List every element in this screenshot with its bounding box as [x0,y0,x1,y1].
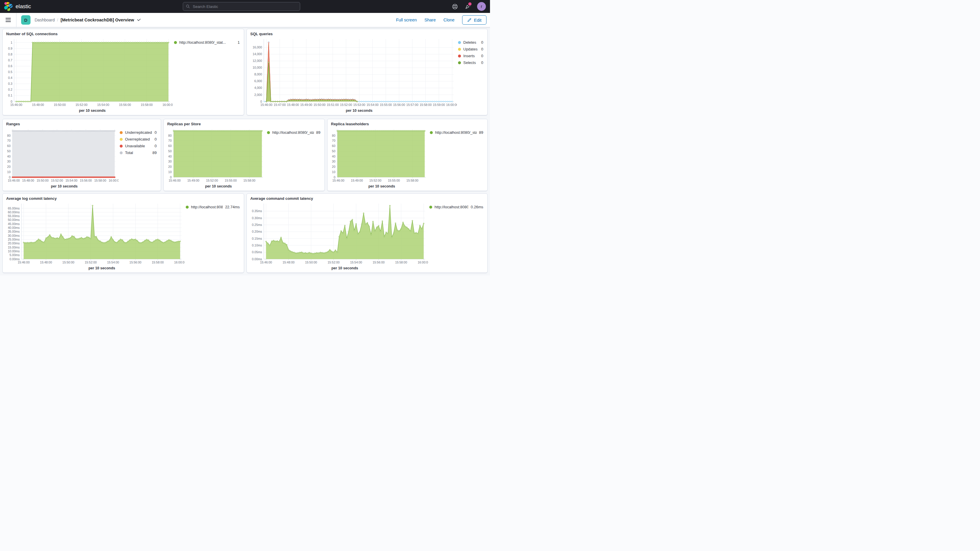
svg-text:15:50:00: 15:50:00 [305,261,317,264]
svg-text:55.00ms: 55.00ms [8,214,20,218]
svg-text:16:00:00: 16:00:00 [108,179,119,182]
chart-avg-command-commit-latency[interactable]: 15:46:0015:48:0015:50:0015:52:0015:54:00… [248,201,428,266]
legend-value: 0 [154,130,157,135]
legend-item[interactable]: Unavailable0 [120,144,157,148]
legend-dot [458,48,461,51]
svg-text:15:52:00: 15:52:00 [328,261,339,264]
main-menu-button[interactable] [0,13,16,27]
svg-text:60: 60 [168,144,172,148]
svg-text:0.05ms: 0.05ms [252,250,262,254]
svg-text:16:00:00: 16:00:00 [174,261,185,264]
svg-text:0: 0 [334,175,336,179]
legend-item[interactable]: http://localhost:808...22.74ms [186,205,240,209]
help-button[interactable] [451,3,458,10]
legend-value: 89 [316,130,320,135]
legend-item[interactable]: Selects0 [458,61,483,65]
chart-legend: http://localhost:808...22.74ms [185,201,243,272]
svg-text:15:51:00: 15:51:00 [327,103,339,107]
svg-text:15:49:00: 15:49:00 [351,179,363,182]
panel-avg-log-commit-latency: Average log commit latency 15:46:0015:48… [2,193,244,273]
svg-text:35.00ms: 35.00ms [8,230,20,233]
legend-label: Underreplicated [125,130,152,135]
chart-svg: 15:46:0015:47:0015:48:0015:49:0015:50:00… [248,36,457,108]
legend-value: 0 [154,137,157,142]
x-axis-title: per 10 seconds [5,108,173,115]
legend-item[interactable]: Total89 [120,151,157,155]
full-screen-button[interactable]: Full screen [396,18,417,22]
chart-legend: http://localhost:8080...0.26ms [428,201,487,272]
svg-text:15:46:00: 15:46:00 [10,103,22,107]
elastic-logo[interactable]: elastic [4,2,31,11]
svg-text:14,000: 14,000 [253,52,262,56]
whats-new-button[interactable] [464,3,471,10]
edit-button-label: Edit [474,18,482,22]
svg-text:80: 80 [7,134,11,137]
clone-button[interactable]: Clone [443,18,455,22]
dashboard-actions: Full screen Share Clone Edit [396,15,490,25]
svg-text:15:46:00: 15:46:00 [18,261,30,264]
legend-dot [120,151,123,154]
svg-text:15:55:00: 15:55:00 [225,179,237,182]
user-avatar-initial: r [481,4,482,9]
search-icon [186,5,190,8]
legend-item[interactable]: http://localhost:8080/_sta...89 [430,130,483,135]
svg-text:15:47:00: 15:47:00 [274,103,286,107]
svg-text:30.00ms: 30.00ms [8,234,20,237]
chart-sql-queries[interactable]: 15:46:0015:47:0015:48:0015:49:0015:50:00… [248,36,457,108]
chart-sql-connections[interactable]: 15:46:0015:48:0015:50:0015:52:0015:54:00… [5,36,173,108]
chart-replica-leaseholders[interactable]: 15:46:0015:49:0015:52:0015:55:0015:58:00… [329,126,429,184]
svg-text:16,000: 16,000 [253,46,262,49]
svg-text:60.00ms: 60.00ms [8,210,20,214]
svg-text:50.00ms: 50.00ms [8,218,20,221]
legend-value: 89 [479,130,483,135]
svg-text:0: 0 [9,175,11,179]
svg-text:0.10ms: 0.10ms [252,244,262,247]
svg-text:0: 0 [11,100,12,103]
chart-replicas-per-store[interactable]: 15:46:0015:49:0015:52:0015:55:0015:58:00… [165,126,266,184]
svg-text:15:48:00: 15:48:00 [22,179,34,182]
svg-text:30: 30 [7,159,11,163]
svg-text:15:54:00: 15:54:00 [107,261,119,264]
legend-label: http://localhost:8080/_stat... [179,40,235,45]
svg-text:15:58:00: 15:58:00 [94,179,106,182]
edit-button[interactable]: Edit [462,15,487,25]
chart-avg-log-commit-latency[interactable]: 15:46:0015:48:0015:50:0015:52:0015:54:00… [5,201,185,266]
legend-item[interactable]: Deletes0 [458,40,483,45]
svg-text:0.3: 0.3 [8,82,12,85]
pencil-icon [467,18,471,22]
svg-text:15:52:00: 15:52:00 [369,179,382,182]
svg-text:15:48:00: 15:48:00 [283,261,294,264]
svg-text:70: 70 [168,139,172,142]
chart-ranges[interactable]: 15:46:0015:48:0015:50:0015:52:0015:54:00… [5,126,119,184]
global-search[interactable] [183,2,300,11]
legend-label: http://localhost:8080/_sta... [272,130,314,135]
search-input[interactable] [192,4,297,9]
legend-item[interactable]: Inserts0 [458,54,483,58]
legend-item[interactable]: Overreplicated0 [120,137,157,142]
svg-text:65.00ms: 65.00ms [8,207,20,210]
svg-text:15:50:00: 15:50:00 [37,179,49,182]
svg-text:10,000: 10,000 [253,66,262,69]
legend-dot [267,131,270,134]
legend-item[interactable]: http://localhost:8080/_sta...89 [267,130,320,135]
svg-text:15:58:00: 15:58:00 [406,179,418,182]
svg-text:10: 10 [332,170,336,174]
user-avatar[interactable]: r [477,2,486,11]
legend-value: 89 [153,151,157,155]
legend-item[interactable]: http://localhost:8080...0.26ms [429,205,483,209]
legend-item[interactable]: http://localhost:8080/_stat...1 [174,40,240,45]
x-axis-title: per 10 seconds [5,266,185,272]
svg-text:80: 80 [332,134,336,137]
title-caret-button[interactable] [137,19,141,21]
space-avatar[interactable]: D [21,15,30,25]
breadcrumb-dashboard-link[interactable]: Dashboard [35,18,55,22]
svg-text:15:58:00: 15:58:00 [420,103,432,107]
svg-text:20.00ms: 20.00ms [8,242,20,245]
legend-item[interactable]: Updates0 [458,47,483,51]
legend-item[interactable]: Underreplicated0 [120,130,157,135]
share-button[interactable]: Share [425,18,436,22]
svg-text:15:46:00: 15:46:00 [332,179,344,182]
chart-legend: Underreplicated0Overreplicated0Unavailab… [119,126,160,191]
chart-legend: http://localhost:8080/_sta...89 [266,126,324,191]
legend-value: 22.74ms [225,205,240,209]
